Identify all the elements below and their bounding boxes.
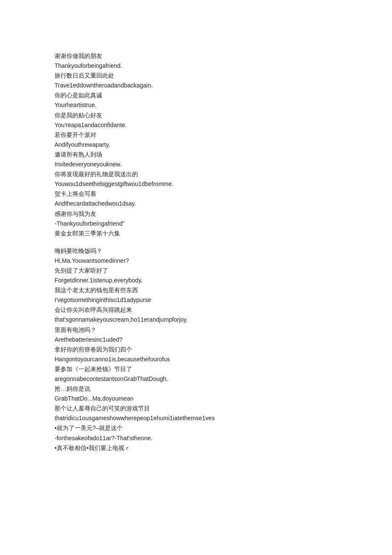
- text-line: Yourheartistrue.: [55, 100, 337, 110]
- main-content: 谢谢你做我的朋友Thankyouforbeingafriend.旅行数日后又重回…: [55, 51, 337, 453]
- text-line: Andthecardattachedwou1dsay.: [55, 199, 337, 209]
- text-line: Thankyouforbeingafriend.: [55, 61, 337, 71]
- text-line: 拿好你的煎饼卷因为我们四个: [55, 345, 337, 355]
- text-line: Andifyouthrewaparty.: [55, 140, 337, 150]
- text-line: 邀请所有熟人到场: [55, 150, 337, 160]
- text-line: •就为了一美元?–就是这个: [55, 423, 337, 433]
- text-line: 先别提了大家听好了: [55, 266, 337, 276]
- text-line: that'sgonnamakeyouscream,ho11erandjumpfo…: [55, 315, 337, 325]
- text-line: 那个让人羞辱自己的可笑的游戏节目: [55, 404, 337, 413]
- text-line: 贺卡上将会写着: [55, 189, 337, 199]
- text-line: 要参加《一起来抢钱》节目了: [55, 364, 337, 374]
- text-line: -Thankyouforbeingafriend": [55, 219, 337, 229]
- text-line: GrabThatDo...Ma,doyoumean: [55, 394, 337, 404]
- text-line: 嗨妈要吃晚饭吗？: [55, 246, 337, 256]
- text-line: aregonnabecontestantsonGrabThatDough.: [55, 374, 337, 384]
- text-line: You'reapa1andaconfidante.: [55, 120, 337, 130]
- text-line: 你是我的贴心好友: [55, 110, 337, 120]
- text-line: Youwou1dseethebiggestgiftwou1dbefromme.: [55, 179, 337, 189]
- text-line: 我这个老太太的钱包里有些东西: [55, 285, 337, 295]
- text-line: Arethebatteriesinc1uded?: [55, 335, 337, 345]
- text-line: 旅行数日后又重回此处: [55, 71, 337, 81]
- text-line: 谢谢你做我的朋友: [55, 51, 337, 61]
- text-line: -forthesakeofado11ar?-That'stheone.: [55, 433, 337, 443]
- text-line: Hi,Ma.Youwantsomedinner?: [55, 256, 337, 266]
- spacer: [55, 238, 337, 246]
- text-line: 黄金女郎第三季第十六集: [55, 229, 337, 238]
- text-line: Trave1eddowntheroadandbackagain.: [55, 81, 337, 90]
- text-line: 感谢你与我为友: [55, 209, 337, 219]
- text-line: I'vegotsomethinginthiso1d1adypurse: [55, 295, 337, 305]
- text-line: 抢…妈你是说: [55, 384, 337, 394]
- text-line: thatridicu1ousgameshowwherepeop1ehumi1ia…: [55, 413, 337, 423]
- text-line: Hangontoyourcanno1is,becausethefourofus: [55, 355, 337, 364]
- text-line: 会让你尖叫欢呼高兴得跳起来: [55, 305, 337, 315]
- text-line: 里面有电池吗？: [55, 325, 337, 335]
- text-line: Invitedeveryoneyouknew.: [55, 160, 337, 169]
- text-line: 你将发现最好的礼物是我送出的: [55, 169, 337, 179]
- text-line: 你的心是如此真诚: [55, 90, 337, 100]
- text-line: Forgetdinner.1istenup,everybody.: [55, 276, 337, 285]
- text-line: 若你要开个派对: [55, 130, 337, 140]
- text-line: •真不敢相信•我们要上电视ｒ: [55, 443, 337, 453]
